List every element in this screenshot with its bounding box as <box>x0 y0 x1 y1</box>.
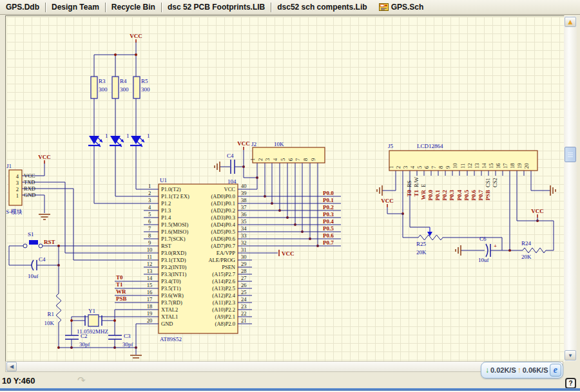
svg-text:AT89S52: AT89S52 <box>160 336 182 342</box>
svg-text:(A13)P2.5: (A13)P2.5 <box>212 285 235 292</box>
svg-text:29: 29 <box>241 261 247 267</box>
svg-text:11: 11 <box>147 254 152 260</box>
svg-text:(AD4)P0.4: (AD4)P0.4 <box>211 221 235 228</box>
tab-pcb-footprints-lib[interactable]: dsc 52 PCB Footprints.LIB <box>162 1 271 14</box>
tab-gps-ddb[interactable]: GPS.Ddb <box>0 1 45 14</box>
svg-text:P3.2(INT0): P3.2(INT0) <box>161 264 187 270</box>
svg-text:P0.7: P0.7 <box>323 239 334 246</box>
scroll-down-button[interactable]: ▼ <box>565 350 576 360</box>
vertical-scroll-thumb[interactable] <box>565 147 576 162</box>
r1-reset-resistor[interactable]: R110K <box>44 294 62 326</box>
s1-reset-switch[interactable]: S1 <box>23 231 43 248</box>
svg-text:PSB: PSB <box>485 190 491 201</box>
svg-text:26: 26 <box>241 282 247 288</box>
help-icon[interactable]: ? <box>565 378 576 389</box>
svg-text:(A15)P2.7: (A15)P2.7 <box>212 271 235 277</box>
svg-text:VCC: VCC <box>282 250 295 257</box>
ie-browser-button[interactable]: e <box>550 364 562 377</box>
svg-text:P1.3: P1.3 <box>161 207 171 214</box>
svg-text:1: 1 <box>16 192 19 199</box>
svg-text:TXD: TXD <box>24 179 35 185</box>
svg-text:2: 2 <box>257 158 264 161</box>
svg-text:C4: C4 <box>227 153 234 159</box>
svg-text:14: 14 <box>147 275 153 281</box>
svg-text:20K: 20K <box>416 249 427 256</box>
tab-sch-compents-lib[interactable]: dsc52 sch compents.Lib <box>271 1 372 14</box>
schematic-canvas[interactable]: VCCVCCVCCVCCVCCRSTT0T1WRPSBP0.0P0.1P0.2P… <box>6 17 564 362</box>
scroll-up-button[interactable]: ▲ <box>565 17 576 27</box>
j2-resistor-network-10k[interactable]: J210K123456789 <box>249 141 325 163</box>
pullup-resistors-r3-r4-r5[interactable]: R3300R4300R5300 <box>91 77 150 98</box>
svg-text:30pf: 30pf <box>122 341 133 348</box>
svg-text:GND: GND <box>24 192 35 198</box>
svg-text:23: 23 <box>241 303 247 310</box>
svg-text:(AD1)P0.1: (AD1)P0.1 <box>211 200 235 207</box>
svg-text:5: 5 <box>148 211 151 218</box>
svg-text:P0.5: P0.5 <box>323 225 334 232</box>
svg-text:P3.1(TXD): P3.1(TXD) <box>161 257 186 263</box>
svg-text:R3: R3 <box>99 78 106 84</box>
horizontal-scrollbar[interactable]: ◀ <box>5 361 563 372</box>
svg-text:35: 35 <box>241 218 247 225</box>
svg-text:3: 3 <box>402 166 409 169</box>
svg-text:300: 300 <box>120 86 129 93</box>
svg-text:(AD3)P0.3: (AD3)P0.3 <box>211 214 235 221</box>
svg-text:10: 10 <box>452 163 458 169</box>
svg-text:P0.4: P0.4 <box>323 218 334 225</box>
svg-text:9: 9 <box>445 166 451 169</box>
chevron-down-icon: ▼ <box>568 353 573 359</box>
svg-text:10uf: 10uf <box>28 273 39 279</box>
svg-text:32: 32 <box>241 239 247 246</box>
svg-text:31: 31 <box>241 247 247 253</box>
c4-reset-capacitor[interactable]: C410uf <box>28 256 46 279</box>
y1-crystal[interactable]: Y111.0592MHZ <box>77 308 108 335</box>
svg-text:T1: T1 <box>116 281 123 288</box>
net-speed-widget[interactable]: ↓ 0.02K/S ↑ 0.06K/S e <box>481 362 563 378</box>
svg-text:P0.4: P0.4 <box>456 190 463 201</box>
svg-text:1: 1 <box>148 183 151 189</box>
c6-capacitor[interactable]: +C610uf <box>478 236 497 263</box>
svg-text:P0.2: P0.2 <box>323 204 334 210</box>
svg-text:P3.6(WR): P3.6(WR) <box>161 292 184 299</box>
r25-contrast-potentiometer[interactable]: R2520K <box>416 235 443 256</box>
svg-text:33: 33 <box>241 232 247 239</box>
svg-text:R/W: R/W <box>413 177 420 187</box>
tab-label: Recycle Bin <box>111 3 155 12</box>
svg-text:10K: 10K <box>274 141 284 147</box>
svg-text:(A10)P2.2: (A10)P2.2 <box>212 306 235 313</box>
c2-load-capacitor[interactable]: C230pf <box>65 333 90 348</box>
svg-text:39: 39 <box>241 190 247 196</box>
svg-text:16: 16 <box>147 289 153 295</box>
tab-recycle-bin[interactable]: Recycle Bin <box>106 1 161 14</box>
svg-text:300: 300 <box>99 86 108 93</box>
svg-text:1: 1 <box>388 166 394 169</box>
tab-design-team[interactable]: Design Team <box>46 1 105 14</box>
svg-text:P3.0(RXD): P3.0(RXD) <box>161 250 186 256</box>
j5-lcd12864-connector[interactable]: J5LCD12864123456789101112131415161718192… <box>388 143 537 187</box>
tab-gps-sch[interactable]: GPS.Sch <box>373 1 430 14</box>
r24-backlight-resistor[interactable]: R2420K <box>521 240 546 260</box>
svg-text:22: 22 <box>241 310 247 317</box>
svg-text:16: 16 <box>495 163 501 169</box>
svg-text:WR: WR <box>420 190 427 200</box>
scroll-left-button[interactable]: ◀ <box>6 362 17 371</box>
svg-text:7: 7 <box>295 158 301 161</box>
vertical-scrollbar[interactable]: ▲ ▼ <box>564 16 577 361</box>
c3-load-capacitor[interactable]: C330pf <box>108 333 133 348</box>
svg-text:14: 14 <box>481 163 487 169</box>
j1-gps-module-connector[interactable]: J14321VCCTXDRXDGNDPS-模块 <box>6 163 35 215</box>
svg-text:18: 18 <box>147 303 153 310</box>
svg-text:104: 104 <box>227 178 237 185</box>
svg-text:(A12)P2.4: (A12)P2.4 <box>212 292 235 299</box>
status-leds[interactable]: 111 <box>88 133 150 147</box>
svg-text:J5: J5 <box>388 143 394 149</box>
svg-text:LCD12864: LCD12864 <box>417 143 443 149</box>
svg-text:8: 8 <box>148 232 151 239</box>
svg-text:(AD0)P0.0: (AD0)P0.0 <box>211 193 235 200</box>
c4-decoupling-capacitor[interactable]: C4104 <box>227 153 237 185</box>
u1-at89s52-mcu[interactable]: U1AT89S521P1.0(T2)2P1.1(T2 EX)3P1.24P1.3… <box>144 177 252 342</box>
svg-text:P1.0(T2): P1.0(T2) <box>161 186 181 192</box>
svg-text:8: 8 <box>438 166 444 169</box>
svg-text:T1: T1 <box>413 190 420 197</box>
svg-text:12: 12 <box>147 261 153 267</box>
